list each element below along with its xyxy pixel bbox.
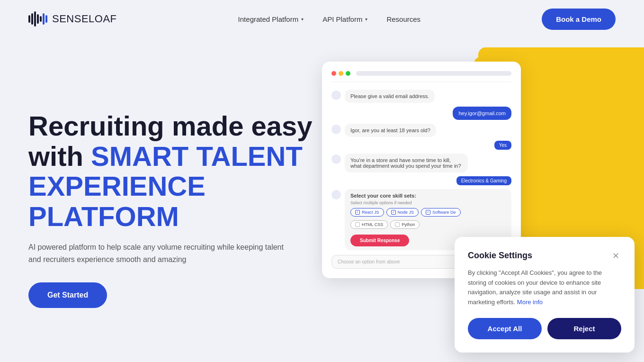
close-icon[interactable]: ✕ [610, 250, 621, 262]
close-dot [331, 71, 336, 76]
chevron-down-icon: ▾ [365, 17, 367, 22]
nav-resources[interactable]: Resources [386, 15, 420, 23]
nav-links: Integrated Platform ▾ API Platform ▾ Res… [238, 15, 420, 23]
chat-bubble-1: Please give a valid email address. [345, 90, 435, 103]
hero-line2: with SMART TALENT [28, 141, 303, 172]
hero-title: Recruiting made easy with SMART TALENT E… [28, 111, 331, 232]
chat-reply-2: Yes [331, 141, 511, 150]
chevron-down-icon: ▾ [301, 17, 304, 22]
cookie-header: Cookie Settings ✕ [468, 250, 621, 262]
book-demo-button[interactable]: Book a Demo [542, 9, 616, 30]
check-icon: ✓ [426, 210, 430, 215]
chat-reply-3: Electronics & Gaming [331, 176, 511, 185]
chat-reply-1: hey.igor@gmail.com [331, 107, 511, 120]
svg-rect-3 [37, 14, 39, 24]
chat-card-header [331, 71, 511, 82]
check-icon: ✓ [355, 210, 360, 215]
chat-row-1: Please give a valid email address. [331, 90, 511, 103]
uncheck-icon [395, 222, 400, 227]
svg-rect-4 [40, 16, 42, 22]
more-info-link[interactable]: More info [517, 299, 543, 306]
chat-bubble-3: You're in a store and have some time to … [345, 154, 468, 172]
skill-react: ✓ React JS [350, 208, 384, 217]
reject-button[interactable]: Reject [547, 318, 621, 339]
uncheck-icon [355, 222, 360, 227]
bot-icon-4 [331, 190, 341, 199]
check-icon: ✓ [391, 210, 396, 215]
skill-nodejs: ✓ Node JS [386, 208, 419, 217]
svg-rect-2 [34, 11, 36, 27]
reply-bubble-3: Electronics & Gaming [456, 176, 511, 185]
minimize-dot [339, 71, 343, 76]
nav-api-platform[interactable]: API Platform ▾ [322, 15, 367, 23]
cookie-actions: Accept All Reject [468, 318, 621, 339]
reply-bubble-1: hey.igor@gmail.com [453, 107, 511, 120]
skills-heading-text: Select your core skill sets: [350, 193, 506, 199]
skills-tags: ✓ React JS ✓ Node JS ✓ Software De [350, 208, 506, 217]
logo-icon [28, 11, 48, 27]
skill-html: HTML CSS [350, 220, 388, 229]
hero-subtitle: AI powered platform to help scale any vo… [28, 241, 294, 265]
chat-row-2: Igor, are you at least 18 years old? [331, 124, 511, 137]
logo[interactable]: SENSELOAF [28, 11, 117, 27]
logo-text: SENSELOAF [52, 13, 117, 25]
bot-icon-2 [331, 125, 341, 134]
skills-tags-2: HTML CSS Python [350, 220, 506, 229]
svg-rect-5 [43, 13, 45, 25]
chat-row-3: You're in a store and have some time to … [331, 154, 511, 172]
bot-icon-3 [331, 154, 341, 164]
skill-python: Python [390, 220, 420, 229]
submit-response-button[interactable]: Submit Response [350, 235, 409, 246]
accept-all-button[interactable]: Accept All [468, 318, 542, 339]
svg-rect-1 [31, 13, 33, 25]
chat-bubble-2: Igor, are you at least 18 years old? [345, 124, 436, 137]
skill-software: ✓ Software De [421, 208, 461, 217]
reply-bubble-2: Yes [494, 141, 511, 150]
cookie-body: By clicking "Accept All Cookies", you ag… [468, 268, 621, 308]
nav-integrated-platform[interactable]: Integrated Platform ▾ [238, 15, 304, 23]
navbar: SENSELOAF Integrated Platform ▾ API Plat… [0, 0, 644, 38]
svg-rect-6 [45, 15, 47, 23]
cookie-banner: Cookie Settings ✕ By clicking "Accept Al… [455, 237, 635, 353]
window-controls [331, 71, 350, 76]
maximize-dot [346, 71, 350, 76]
chat-title-bar [356, 71, 511, 76]
hero-text-block: Recruiting made easy with SMART TALENT E… [28, 111, 331, 308]
cookie-title: Cookie Settings [468, 251, 532, 261]
get-started-button[interactable]: Get Started [28, 282, 107, 308]
svg-rect-0 [28, 15, 30, 23]
bot-icon-1 [331, 90, 341, 100]
skills-sub-text: Select multiple options if needed [350, 200, 506, 205]
